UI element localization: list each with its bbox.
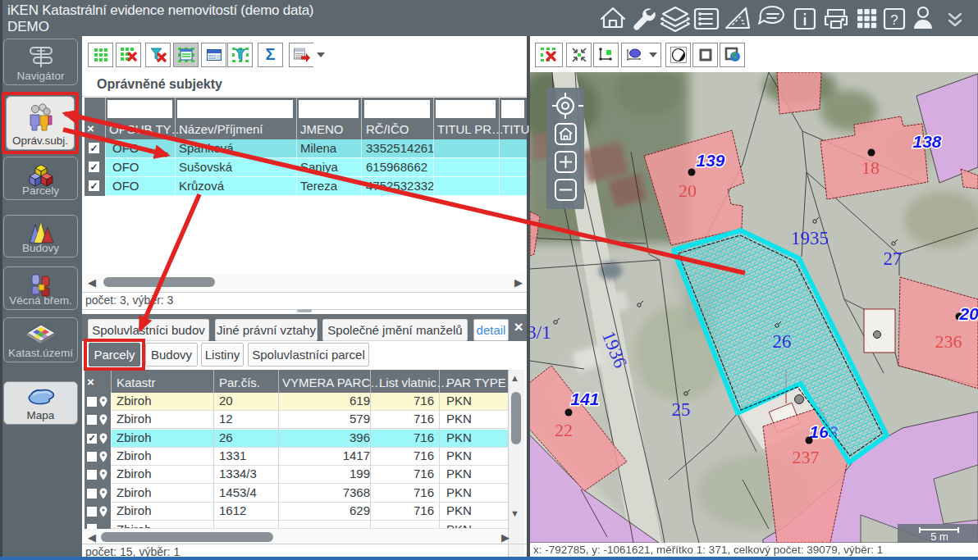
- svg-text:?: ?: [890, 12, 898, 28]
- svg-text:237: 237: [793, 447, 820, 467]
- svg-text:1935: 1935: [791, 228, 829, 248]
- svg-text:138: 138: [912, 132, 941, 151]
- svg-text:27: 27: [884, 248, 903, 269]
- svg-text:236: 236: [935, 331, 962, 352]
- svg-text:201: 201: [958, 304, 978, 323]
- svg-text:22: 22: [555, 420, 573, 440]
- svg-text:25: 25: [672, 399, 691, 420]
- svg-text:3/1: 3/1: [530, 322, 551, 343]
- svg-text:18: 18: [861, 157, 880, 178]
- svg-text:5 m: 5 m: [930, 530, 948, 543]
- svg-text:20: 20: [679, 180, 697, 201]
- svg-text:141: 141: [570, 389, 599, 408]
- svg-text:139: 139: [696, 151, 724, 170]
- svg-text:26: 26: [773, 331, 792, 352]
